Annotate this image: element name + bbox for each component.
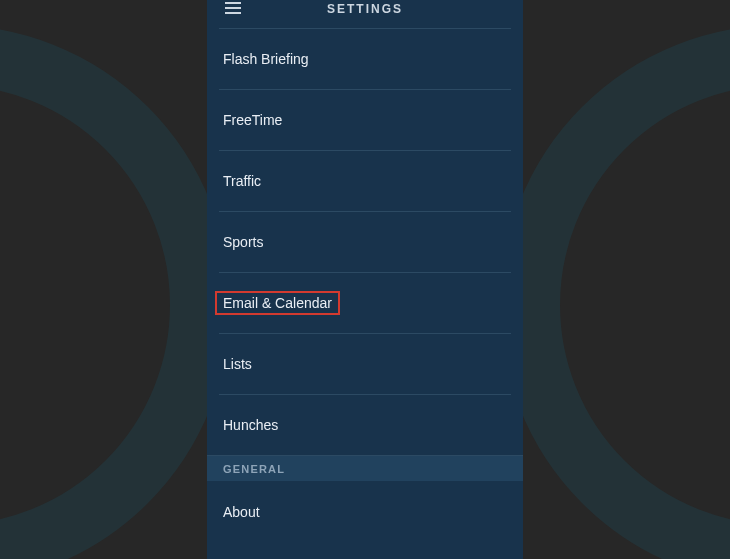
settings-item-lists[interactable]: Lists	[219, 333, 511, 394]
section-header-general: GENERAL	[207, 455, 523, 481]
settings-item-label: Lists	[223, 356, 252, 372]
settings-item-label: Hunches	[223, 417, 278, 433]
background-swoosh-left	[0, 25, 230, 559]
annotation-highlight-box: Email & Calendar	[215, 291, 340, 315]
app-header: SETTINGS	[207, 0, 523, 28]
settings-item-label: Sports	[223, 234, 263, 250]
hamburger-menu-icon[interactable]	[223, 0, 243, 16]
background-swoosh-right	[500, 25, 730, 559]
page-title: SETTINGS	[217, 2, 513, 16]
settings-panel: SETTINGS Flash Briefing FreeTime Traffic…	[207, 0, 523, 559]
settings-item-traffic[interactable]: Traffic	[219, 150, 511, 211]
settings-item-sports[interactable]: Sports	[219, 211, 511, 272]
settings-item-label: FreeTime	[223, 112, 282, 128]
settings-item-freetime[interactable]: FreeTime	[219, 89, 511, 150]
settings-list: Flash Briefing FreeTime Traffic Sports E…	[207, 28, 523, 559]
settings-item-label: About	[223, 504, 260, 520]
settings-item-label: Traffic	[223, 173, 261, 189]
settings-item-label: Flash Briefing	[223, 51, 309, 67]
settings-item-label: Email & Calendar	[223, 295, 332, 311]
settings-item-hunches[interactable]: Hunches	[219, 394, 511, 455]
settings-item-about[interactable]: About	[219, 481, 511, 542]
settings-item-email-calendar[interactable]: Email & Calendar	[219, 272, 511, 333]
section-header-label: GENERAL	[223, 463, 285, 475]
settings-item-flash-briefing[interactable]: Flash Briefing	[219, 28, 511, 89]
